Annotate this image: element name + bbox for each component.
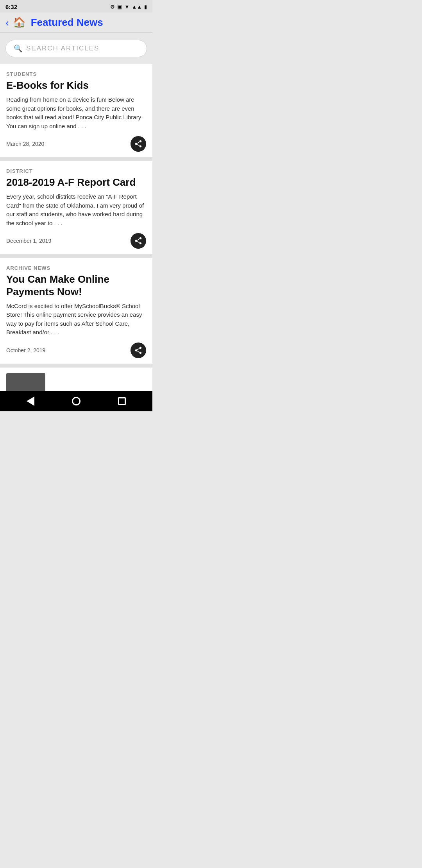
- search-container: 🔍 SEARCH ARTICLES: [0, 33, 152, 64]
- share-button-1[interactable]: [131, 233, 146, 249]
- article-title-1: 2018-2019 A-F Report Card: [6, 176, 146, 188]
- home-button[interactable]: 🏠: [13, 16, 25, 29]
- divider-3: [0, 364, 152, 368]
- article-date-1: December 1, 2019: [6, 238, 51, 244]
- article-category-2: ARCHIVE NEWS: [6, 265, 146, 271]
- bottom-nav: [0, 391, 152, 411]
- recent-nav-button[interactable]: [115, 394, 129, 408]
- wifi-icon: ▼: [124, 4, 129, 10]
- article-category-1: DISTRICT: [6, 168, 146, 174]
- back-button[interactable]: ‹: [5, 18, 9, 28]
- article-category-0: STUDENTS: [6, 71, 146, 77]
- home-nav-button[interactable]: [69, 394, 83, 408]
- article-excerpt-0: Reading from home on a device is fun! Be…: [6, 95, 146, 131]
- search-placeholder: SEARCH ARTICLES: [26, 45, 99, 52]
- share-button-2[interactable]: [131, 343, 146, 358]
- article-footer-2: October 2, 2019: [6, 343, 146, 358]
- articles-list: STUDENTS E-Books for Kids Reading from h…: [0, 64, 152, 391]
- app-bar: ‹ 🏠 Featured News: [0, 13, 152, 33]
- search-bar[interactable]: 🔍 SEARCH ARTICLES: [5, 40, 147, 57]
- back-nav-button[interactable]: [23, 394, 38, 408]
- article-footer-1: December 1, 2019: [6, 233, 146, 249]
- search-icon: 🔍: [14, 44, 22, 53]
- article-excerpt-1: Every year, school districts receive an …: [6, 192, 146, 228]
- back-nav-icon: [27, 396, 34, 406]
- article-title-0: E-Books for Kids: [6, 79, 146, 91]
- article-card-2[interactable]: ARCHIVE NEWS You Can Make Online Payment…: [0, 258, 152, 364]
- article-footer-0: March 28, 2020: [6, 136, 146, 152]
- status-bar: 6:32 ⚙ ▣ ▼ ▲▲ ▮: [0, 0, 152, 13]
- article-date-2: October 2, 2019: [6, 347, 45, 353]
- article-card-0[interactable]: STUDENTS E-Books for Kids Reading from h…: [0, 64, 152, 158]
- article-date-0: March 28, 2020: [6, 141, 44, 147]
- home-nav-icon: [72, 397, 80, 405]
- status-time: 6:32: [5, 4, 17, 10]
- battery-icon: ▮: [144, 4, 147, 10]
- share-button-0[interactable]: [131, 136, 146, 152]
- recent-nav-icon: [118, 397, 126, 405]
- divider-2: [0, 255, 152, 258]
- article-title-2: You Can Make Online Payments Now!: [6, 273, 146, 298]
- settings-icon: ⚙: [110, 4, 115, 10]
- page-title: Featured News: [31, 16, 103, 29]
- status-icons: ⚙ ▣ ▼ ▲▲ ▮: [110, 4, 147, 10]
- divider-1: [0, 158, 152, 161]
- article-card-1[interactable]: DISTRICT 2018-2019 A-F Report Card Every…: [0, 161, 152, 255]
- partial-image: [6, 373, 45, 391]
- article-excerpt-2: McCord is excited to offer MySchoolBucks…: [6, 302, 146, 337]
- partial-card[interactable]: [0, 368, 152, 391]
- signal-icon: ▲▲: [132, 4, 142, 10]
- sim-icon: ▣: [117, 4, 122, 10]
